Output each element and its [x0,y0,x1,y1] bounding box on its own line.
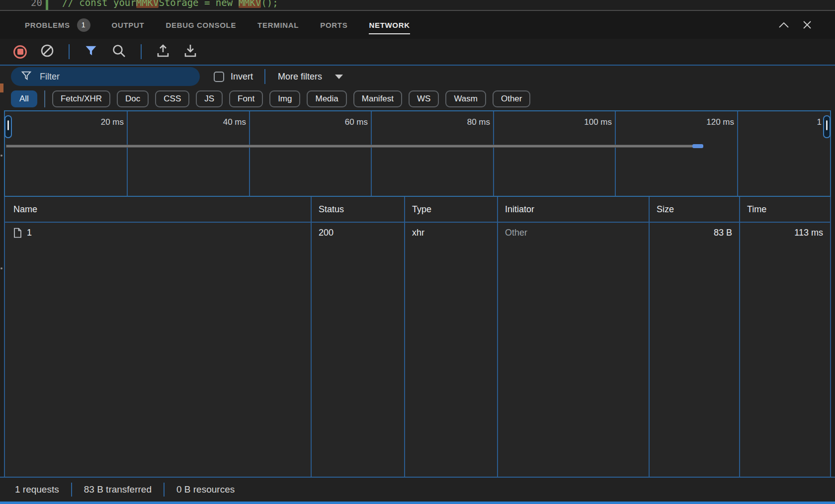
timeline-gridline [615,111,616,196]
table-header-row: Name Status Type Initiator Size Time [5,197,830,223]
network-summary-bar: 1 requests 83 B transferred 0 B resource… [0,477,835,502]
more-filters-button[interactable]: More filters [278,72,343,82]
requests-table-wrap: Name Status Type Initiator Size Time 1 2… [0,197,835,477]
column-header-status[interactable]: Status [311,197,404,222]
panel-controls [778,11,812,39]
requests-table: Name Status Type Initiator Size Time 1 2… [4,197,831,477]
git-modified-gutter [46,0,48,11]
timeline-gridline [737,111,738,196]
timeline-gridline [127,111,128,196]
timeline-tick-clipped: 1 [772,111,822,133]
table-row[interactable]: 1 200 xhr Other 83 B 113 ms [5,223,830,243]
problems-count-badge: 1 [77,18,90,32]
summary-separator [164,483,165,497]
filter-placeholder: Filter [40,72,60,82]
tab-network[interactable]: NETWORK [369,13,410,37]
panel-tab-bar: PROBLEMS 1 OUTPUT DEBUG CONSOLE TERMINAL… [0,11,835,39]
tab-output[interactable]: OUTPUT [112,13,145,37]
filter-separator [264,69,265,84]
chip-wasm[interactable]: Wasm [445,90,486,107]
request-size-cell: 83 B [649,223,739,243]
chip-all[interactable]: All [11,90,37,107]
chip-ws[interactable]: WS [409,90,439,107]
editor-line-number: 20 [0,0,42,9]
request-status-cell: 200 [311,223,404,243]
chip-css[interactable]: CSS [155,90,189,107]
grip-icon [826,120,828,130]
grip-icon [7,120,9,130]
chip-media[interactable]: Media [307,90,346,107]
filter-input[interactable]: Filter [11,67,200,86]
resources-size: 0 B resources [176,484,235,495]
filter-icon[interactable] [84,44,98,60]
overview-request-bar [6,145,693,148]
tab-terminal[interactable]: TERMINAL [257,13,299,37]
chip-doc[interactable]: Doc [117,90,149,107]
panel-bottom-border [0,502,835,504]
column-header-time[interactable]: Time [739,197,830,222]
record-icon[interactable] [13,45,27,59]
document-icon [13,228,22,238]
column-header-initiator[interactable]: Initiator [497,197,649,222]
chip-font[interactable]: Font [229,90,263,107]
toolbar-separator [141,44,142,59]
resource-type-filters: All Fetch/XHR Doc CSS JS Font Img Media … [0,87,835,110]
chip-other[interactable]: Other [493,90,531,107]
import-har-icon[interactable] [156,43,170,60]
chip-fetch-xhr[interactable]: Fetch/XHR [52,90,110,107]
chip-divider [44,90,45,107]
editor-code-strip: 20 // const yourMMKVStorage = new MMKV()… [0,0,835,11]
request-initiator-cell: Other [497,223,649,243]
tab-ports[interactable]: PORTS [320,13,347,37]
timeline-tick: 40 ms [191,111,246,133]
editor-dot-artifact [0,267,2,269]
request-time-cell: 113 ms [739,223,830,243]
requests-count: 1 requests [15,484,59,495]
timeline-tick: 60 ms [313,111,368,133]
timeline-tick: 120 ms [679,111,734,133]
filter-row: Filter Invert More filters [0,65,835,87]
timeline-tick: 80 ms [435,111,490,133]
chip-js[interactable]: JS [196,90,223,107]
table-empty-area [5,243,830,477]
toolbar-separator [69,44,70,59]
transferred-size: 83 B transferred [84,484,152,495]
editor-dot-artifact [0,155,2,157]
overview-left-handle[interactable] [4,115,12,138]
code-comment: // const yourMMKVStorage = new MMKV(); [62,0,278,9]
column-header-name[interactable]: Name [5,197,311,222]
network-overview-wrap: 20 ms 40 ms 60 ms 80 ms 100 ms 120 ms 1 [0,110,835,197]
request-type-cell: xhr [404,223,497,243]
timeline-gridline [371,111,372,196]
chevron-up-icon[interactable] [778,21,789,28]
search-match-highlight: MMKV [136,0,159,8]
editor-minimap-artifact [0,84,3,92]
invert-checkbox[interactable] [214,72,224,82]
chip-img[interactable]: Img [269,90,300,107]
chevron-down-icon [335,75,343,79]
timeline-tick: 100 ms [557,111,612,133]
close-icon[interactable] [802,20,812,30]
column-header-type[interactable]: Type [404,197,497,222]
tab-debug-console[interactable]: DEBUG CONSOLE [166,13,236,37]
overview-right-handle[interactable] [823,115,831,138]
column-header-size[interactable]: Size [649,197,739,222]
search-icon[interactable] [111,43,126,60]
funnel-icon [21,70,32,83]
clear-icon[interactable] [40,44,54,60]
tab-problems[interactable]: PROBLEMS 1 [25,10,90,40]
overview-request-bar-download [692,144,703,148]
chip-manifest[interactable]: Manifest [353,90,402,107]
timeline-gridline [493,111,494,196]
timeline-tick: 20 ms [69,111,124,133]
network-toolbar [0,39,835,65]
timeline-gridline [249,111,250,196]
invert-label: Invert [231,72,253,82]
request-name-cell: 1 [5,223,311,243]
network-overview[interactable]: 20 ms 40 ms 60 ms 80 ms 100 ms 120 ms 1 [4,110,831,197]
search-match-highlight: MMKV [239,0,261,8]
export-har-icon[interactable] [183,43,197,60]
summary-separator [71,483,72,497]
